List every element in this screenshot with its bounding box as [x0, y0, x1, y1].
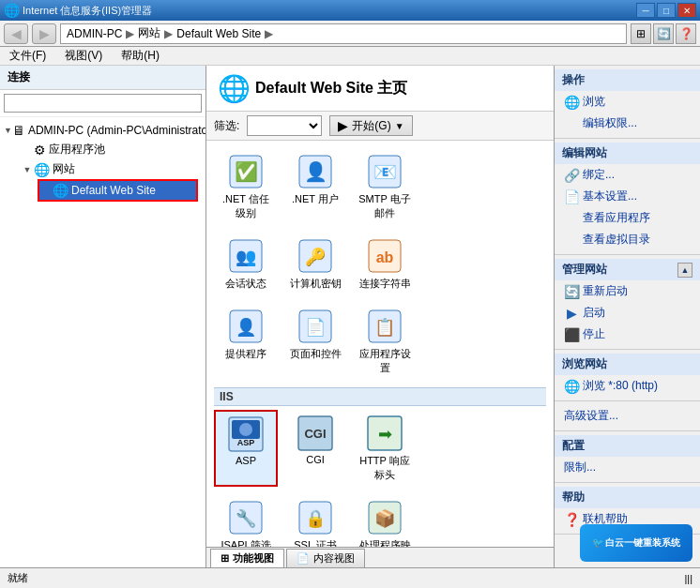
refresh-btn[interactable]: 🔄: [653, 23, 674, 44]
basic-settings-label: 基本设置...: [583, 188, 637, 204]
icon-http-response[interactable]: ➡ HTTP 响应标头: [353, 410, 417, 487]
show-all-btn[interactable]: ⊞: [631, 23, 651, 44]
icon-smtp-label: SMTP 电子邮件: [358, 192, 412, 220]
actions-section-advanced: 高级设置...: [555, 401, 700, 431]
bind-icon: 🔗: [564, 168, 579, 183]
action-edit-permissions[interactable]: 编辑权限...: [555, 113, 700, 134]
status-text: 就绪: [8, 571, 677, 585]
content-view-icon: 📄: [297, 552, 310, 565]
title-bar-icon: 🌐: [4, 3, 19, 18]
expand-sites: ▼: [21, 165, 34, 174]
icon-net-user[interactable]: 👤 .NET 用户: [283, 148, 347, 225]
filter-label: 筛选:: [214, 118, 239, 134]
tree-item-default-site[interactable]: 🌐 Default Web Site: [39, 181, 196, 200]
icon-cgi[interactable]: CGI CGI: [283, 410, 347, 487]
back-button[interactable]: ◀: [4, 23, 28, 44]
icon-provider[interactable]: 👤 提供程序: [214, 303, 278, 380]
tree-children-sites: 🌐 Default Web Site: [38, 179, 202, 202]
icon-ssl-label: SSL 证书: [294, 538, 336, 547]
icon-isapi[interactable]: 🔧 ISAPI 筛选器: [214, 494, 278, 547]
icon-session-img: 👥: [227, 237, 265, 275]
icon-process[interactable]: 📦 处理程序映射: [353, 494, 417, 547]
stop-icon: ⬛: [564, 327, 579, 342]
label-apppool: 应用程序池: [49, 142, 105, 158]
svg-text:🔑: 🔑: [305, 247, 327, 267]
help-toolbar-btn[interactable]: ❓: [676, 23, 696, 44]
tab-feature-view[interactable]: ⊞ 功能视图: [210, 549, 284, 567]
icon-appsettings-img: 📋: [366, 308, 403, 345]
action-stop[interactable]: ⬛ 停止: [555, 324, 700, 345]
action-advanced-settings[interactable]: 高级设置...: [555, 405, 700, 427]
action-limit[interactable]: 限制...: [555, 457, 700, 478]
collapse-manage-btn[interactable]: ▲: [677, 263, 692, 278]
actions-header-manage-site: 管理网站 ▲: [555, 259, 700, 280]
icon-machinekey-img: 🔑: [297, 237, 334, 275]
path-sep-3: ▶: [265, 27, 273, 40]
svg-text:👤: 👤: [236, 317, 257, 338]
icon-provider-label: 提供程序: [225, 347, 266, 361]
minimize-button[interactable]: ─: [636, 3, 655, 18]
start-site-icon: ▶: [564, 306, 579, 321]
icon-pages[interactable]: 📄 页面和控件: [283, 303, 347, 380]
icon-net-trust[interactable]: ✅ .NET 信任级别: [214, 148, 278, 225]
path-item-site: Default Web Site: [176, 27, 261, 40]
icon-asp[interactable]: ASP ASP: [214, 410, 278, 487]
tree-children-adminpc: ⚙ 应用程序池 ▼ 🌐 网站 🌐 Default Web Site: [21, 140, 202, 202]
restart-icon: 🔄: [564, 284, 579, 299]
icon-appsettings[interactable]: 📋 应用程序设置: [353, 303, 417, 380]
icon-connstr[interactable]: ab 连接字符串: [353, 233, 417, 295]
icon-smtp[interactable]: 📧 SMTP 电子邮件: [353, 148, 417, 225]
maximize-button[interactable]: □: [657, 3, 676, 18]
tab-content-view[interactable]: 📄 内容视图: [286, 549, 365, 567]
menu-help[interactable]: 帮助(H): [115, 46, 165, 66]
tree-item-apppool[interactable]: ⚙ 应用程序池: [21, 140, 202, 159]
watermark: 🐦 白云一键重装系统: [580, 524, 692, 562]
icon-asp-label: ASP: [236, 455, 256, 466]
left-search-box[interactable]: [4, 94, 202, 113]
actions-section-caozuo: 操作 🌐 浏览 编辑权限...: [555, 66, 700, 139]
icon-http-response-img: ➡: [366, 415, 403, 452]
action-browse[interactable]: 🌐 浏览: [555, 91, 700, 113]
address-path: ADMIN-PC ▶ 网站 ▶ Default Web Site ▶: [60, 23, 627, 44]
edit-perm-label: 编辑权限...: [583, 115, 637, 131]
action-basic-settings[interactable]: 📄 基本设置...: [555, 186, 700, 207]
icon-machinekey-label: 计算机密钥: [290, 277, 342, 291]
start-button[interactable]: ▶ 开始(G) ▼: [329, 115, 412, 136]
svg-text:✅: ✅: [235, 160, 258, 183]
icon-apppool: ⚙: [34, 143, 46, 158]
tree-item-adminpc[interactable]: ▼ 🖥 ADMIN-PC (Admin-PC\Administrato...: [4, 121, 202, 140]
path-item-sites: 网站: [138, 25, 160, 41]
action-view-vdirs[interactable]: 查看虚拟目录: [555, 229, 700, 250]
browse-label: 浏览: [583, 94, 605, 110]
left-panel: 连接 ▼ 🖥 ADMIN-PC (Admin-PC\Administrato..…: [0, 66, 206, 567]
browse-80-icon: 🌐: [564, 379, 579, 394]
action-browse-80[interactable]: 🌐 浏览 *:80 (http): [555, 375, 700, 397]
close-button[interactable]: ✕: [677, 3, 696, 18]
center-header-icon: 🌐: [218, 73, 248, 103]
actions-header-browse-site: 浏览网站: [555, 354, 700, 375]
advanced-settings-label: 高级设置...: [564, 408, 618, 424]
icon-machinekey[interactable]: 🔑 计算机密钥: [283, 233, 347, 295]
menu-view[interactable]: 视图(V): [59, 46, 108, 66]
icon-session[interactable]: 👥 会话状态: [214, 233, 278, 295]
left-search-input[interactable]: [5, 98, 201, 109]
browse-icon: 🌐: [564, 95, 579, 110]
tree-item-sites[interactable]: ▼ 🌐 网站: [21, 159, 202, 179]
status-bar: 就绪 |||: [0, 567, 700, 588]
action-start[interactable]: ▶ 启动: [555, 302, 700, 324]
title-bar-controls: ─ □ ✕: [636, 3, 696, 18]
svg-text:CGI: CGI: [304, 427, 326, 441]
filter-select[interactable]: [247, 115, 322, 136]
icon-isapi-img: 🔧: [227, 499, 265, 536]
icons-container: ✅ .NET 信任级别 👤 .NET 用户: [206, 141, 554, 547]
expand-adminpc: ▼: [4, 126, 12, 135]
right-panel: 操作 🌐 浏览 编辑权限... 编辑网站 🔗 绑定... 📄 基本设置...: [555, 66, 700, 567]
icon-ssl[interactable]: 🔒 SSL 证书: [283, 494, 347, 547]
action-restart[interactable]: 🔄 重新启动: [555, 280, 700, 302]
action-view-apps[interactable]: 查看应用程序: [555, 207, 700, 229]
svg-text:ab: ab: [376, 249, 394, 265]
icon-adminpc: 🖥: [12, 123, 25, 138]
forward-button[interactable]: ▶: [32, 23, 56, 44]
action-bind[interactable]: 🔗 绑定...: [555, 164, 700, 186]
menu-file[interactable]: 文件(F): [4, 46, 52, 66]
